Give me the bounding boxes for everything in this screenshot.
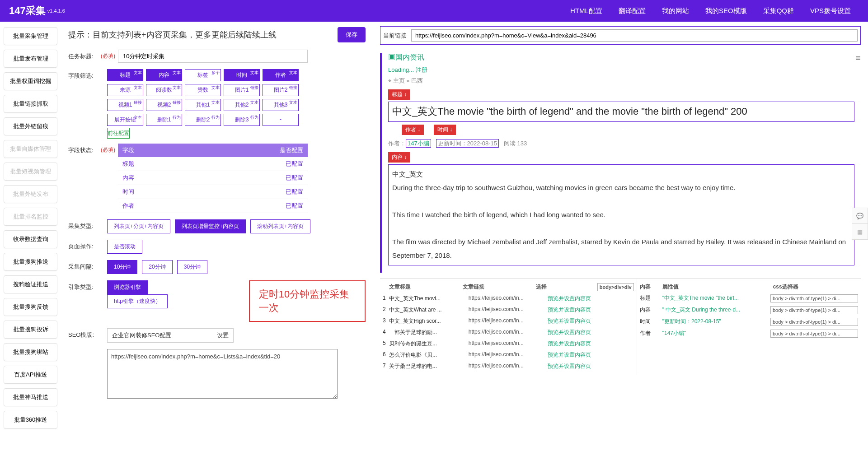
field-chip[interactable]: 删除1行为 <box>146 114 182 126</box>
field-chip[interactable]: 作者文本 <box>263 69 299 81</box>
author-tag: 作者 ↓ <box>402 125 424 135</box>
field-chip[interactable]: 其他3文本 <box>263 99 299 111</box>
field-chip[interactable]: - <box>263 114 299 126</box>
sidebar-item[interactable]: 批量360推送 <box>4 411 57 429</box>
sidebar-item[interactable]: 批量采集管理 <box>4 27 57 45</box>
chat-icon[interactable]: 💬 <box>852 208 868 224</box>
field-chip[interactable]: 图片1链接 <box>224 84 260 96</box>
hint-text: 提示：目前支持列表+内容页采集，更多更能后续陆续上线 <box>68 29 338 40</box>
article-row[interactable]: 4一部关于足球的励...https://feijiseo.com/in...预览… <box>383 327 634 338</box>
intv-option[interactable]: 20分钟 <box>142 260 172 274</box>
status-header: 字段是否配置 <box>118 144 308 157</box>
engine-option[interactable]: http引擎（速度快） <box>107 294 168 308</box>
content-body: During the three-day trip to southwest G… <box>392 181 850 262</box>
article-meta: 作者：147小编 更新时间：2022-08-15 阅读 133 <box>388 139 854 148</box>
nav-link[interactable]: VPS拨号设置 <box>810 7 851 14</box>
sidebar-item[interactable]: 收录数据查询 <box>4 230 57 248</box>
ctype-option[interactable]: 滚动列表页+内容页 <box>250 219 310 233</box>
col-link: 文章链接 <box>463 283 536 291</box>
content-tag: 内容 ↓ <box>388 152 410 163</box>
sidebar-item[interactable]: 批量发布管理 <box>4 50 57 68</box>
task-title-input[interactable] <box>118 50 308 63</box>
hamburger-icon[interactable]: ≡ <box>855 53 861 63</box>
ctype-option[interactable]: 列表页+分页+内容页 <box>107 219 170 233</box>
nav-link[interactable]: 采集QQ群 <box>763 7 794 14</box>
field-chip[interactable]: 标题文本 <box>107 69 143 81</box>
nav-link[interactable]: 翻译配置 <box>619 7 646 14</box>
intv-option[interactable]: 10分钟 <box>107 260 137 274</box>
sidebar-item[interactable]: 批量外链发布 <box>4 185 57 203</box>
sidebar-item[interactable]: 批量搜狗推送 <box>4 253 57 271</box>
time-value: 2022-08-15 <box>467 140 497 147</box>
title-highlight[interactable]: 中文_英文The movie "the birth of legend" and… <box>388 102 854 122</box>
field-chip[interactable]: 图片2链接 <box>263 84 299 96</box>
status-row: 作者已配置 <box>118 199 308 213</box>
nav-links: HTML配置翻译配置我的网站我的SEO模版采集QQ群VPS拨号设置 <box>562 7 859 15</box>
field-chip[interactable]: 时间文本 <box>224 69 260 81</box>
engine-option[interactable]: 浏览器引擎 <box>107 280 148 294</box>
col-attr: 属性值 <box>662 283 773 291</box>
current-url-bar: 当前链接 <box>380 26 861 45</box>
article-row[interactable]: 6怎么评价电影《贝...https://feijiseo.com/in...预览… <box>383 349 634 361</box>
intv-option[interactable]: 30分钟 <box>177 260 207 274</box>
nav-link[interactable]: HTML配置 <box>570 7 602 14</box>
version: v1.4.1.6 <box>47 8 65 14</box>
interval-label: 采集间隔: <box>68 260 101 274</box>
sidebar-item[interactable]: 批量搜狗反馈 <box>4 298 57 316</box>
config-panel: 提示：目前支持列表+内容页采集，更多更能后续陆续上线 保存 任务标题: (必填)… <box>61 22 373 439</box>
article-row[interactable]: 3中文_英文High scor...https://feijiseo.com/i… <box>383 316 634 327</box>
sidebar-item[interactable]: 批量链接抓取 <box>4 95 57 113</box>
field-chip[interactable]: 视频2链接 <box>146 99 182 111</box>
selector-box[interactable]: body>div>div <box>597 283 634 291</box>
sidebar-item[interactable]: 批量神马推送 <box>4 388 57 406</box>
current-url-input[interactable] <box>411 29 858 42</box>
url-list-textarea[interactable]: https://feijiseo.com/index.php?m=home&c=… <box>107 349 338 399</box>
article-row[interactable]: 1中文_英文The movi...https://feijiseo.com/in… <box>383 293 634 304</box>
sidebar-item[interactable]: 百度API推送 <box>4 366 57 384</box>
field-chip[interactable]: 删除3行为 <box>224 114 260 126</box>
qr-icon[interactable]: ▦ <box>852 223 868 240</box>
field-chip[interactable]: 删除2行为 <box>185 114 221 126</box>
field-chip[interactable]: 其他1文本 <box>185 99 221 111</box>
field-chip[interactable]: 其他2文本 <box>224 99 260 111</box>
sidebar-item[interactable]: 批量短视频管理 <box>4 163 57 181</box>
page-scroll-option[interactable]: 是否滚动 <box>107 240 142 254</box>
field-chip[interactable]: 展开按钮文本 <box>107 114 143 126</box>
goto-config-button[interactable]: 前往配置 <box>107 128 130 139</box>
nav-link[interactable]: 我的SEO模版 <box>705 7 747 14</box>
content-highlight[interactable]: 中文_英文 During the three-day trip to south… <box>388 164 854 265</box>
save-button[interactable]: 保存 <box>338 27 366 42</box>
article-row[interactable]: 7关于桑巴足球的电...https://feijiseo.com/in...预览… <box>383 361 634 372</box>
field-chip[interactable]: 标签多个 <box>185 69 221 81</box>
sidebar-item[interactable]: 批量搜狗绑站 <box>4 343 57 361</box>
status-row: 标题已配置 <box>118 157 308 171</box>
ctype-option[interactable]: 列表页增量监控+内容页 <box>175 219 246 233</box>
attr-row: 时间"更新时间：2022-08-15"body > div:nth-of-typ… <box>640 316 858 328</box>
site-logo: ▣国内资讯 <box>388 53 854 62</box>
sidebar-item[interactable]: 批量权重词挖掘 <box>4 72 57 90</box>
nav-link[interactable]: 我的网站 <box>662 7 689 14</box>
seo-select[interactable]: 企业官网装修SEO配置 设置 <box>107 328 234 343</box>
field-chip[interactable]: 视频1链接 <box>107 99 143 111</box>
col-css: css选择器 <box>773 283 858 291</box>
sidebar: 批量采集管理批量发布管理批量权重词挖掘批量链接抓取批量外链留痕批量自媒体管理批量… <box>0 22 61 439</box>
attr-row: 内容" 中文_英文 During the three-d...body > di… <box>640 304 858 316</box>
field-chip[interactable]: 阅读数文本 <box>146 84 182 96</box>
article-row[interactable]: 2中文_英文What are ...https://feijiseo.com/i… <box>383 304 634 316</box>
sidebar-item[interactable]: 搜狗验证推送 <box>4 275 57 293</box>
url-label: 当前链接 <box>383 32 407 40</box>
author-value: 147小编 <box>406 139 431 148</box>
field-chip[interactable]: 内容文本 <box>146 69 182 81</box>
title-tag: 标题 ↓ <box>388 89 410 100</box>
seo-set[interactable]: 设置 <box>217 331 229 339</box>
field-chip[interactable]: 赞数文本 <box>185 84 221 96</box>
sidebar-item[interactable]: 批量外链留痕 <box>4 117 57 135</box>
status-row: 内容已配置 <box>118 171 308 185</box>
bottom-tables: 文章标题 文章链接 选择 body>div>div 1中文_英文The movi… <box>380 278 861 375</box>
field-chip[interactable]: 来源文本 <box>107 84 143 96</box>
sidebar-item[interactable]: 批量搜狗投诉 <box>4 321 57 339</box>
article-row[interactable]: 5贝利传奇的诞生豆...https://feijiseo.com/in...预览… <box>383 338 634 349</box>
sidebar-item[interactable]: 批量排名监控 <box>4 208 57 226</box>
seo-label: SEO模版: <box>68 328 101 343</box>
sidebar-item[interactable]: 批量自媒体管理 <box>4 140 57 158</box>
